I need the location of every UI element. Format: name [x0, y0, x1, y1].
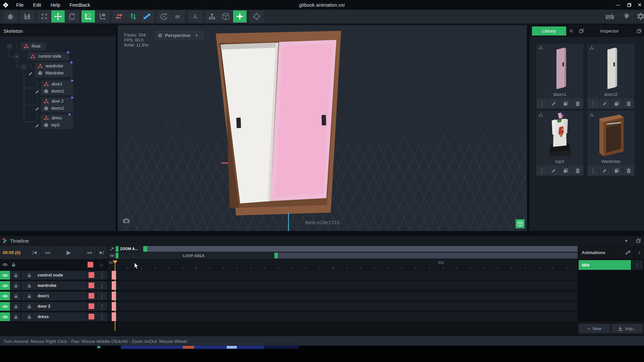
zoom-bar[interactable]: ZOOM A...	[108, 246, 578, 252]
swap-vertical-button[interactable]	[126, 10, 140, 22]
track-visibility-button[interactable]	[0, 302, 10, 311]
settings-gear-button[interactable]	[634, 10, 644, 22]
master-color-swatch[interactable]	[88, 262, 93, 267]
home-button[interactable]	[4, 10, 17, 22]
forward-button[interactable]: ▶▶	[84, 246, 96, 259]
keyframe-marker[interactable]	[112, 281, 116, 290]
track-swatch-cell[interactable]	[87, 281, 97, 290]
card-duplicate-button[interactable]	[560, 166, 572, 176]
loop-area-bar[interactable]: LOOP AREA	[108, 252, 578, 259]
card-delete-button[interactable]	[623, 166, 635, 176]
save-button[interactable]	[20, 10, 34, 22]
clean-animations-button[interactable]	[623, 246, 634, 259]
inspector-popout-button[interactable]	[633, 26, 644, 36]
ik-button[interactable]: IK	[171, 10, 184, 22]
kebab-icon[interactable]: ⋮	[22, 54, 26, 58]
lock-icon[interactable]	[27, 304, 32, 309]
library-card-top3[interactable]: top3 ⋮	[536, 111, 583, 176]
zoom-bar-right-handle[interactable]	[143, 246, 147, 252]
tripod-button[interactable]	[189, 10, 202, 22]
card-kebab-button[interactable]: ⋮	[536, 99, 548, 109]
animations-expand-button[interactable]: ›	[634, 246, 644, 259]
loop-area-left-handle[interactable]	[116, 253, 118, 258]
library-card-doors2[interactable]: doors2 ⋮	[587, 44, 634, 109]
orbit-keys-button[interactable]	[157, 10, 171, 22]
zoom-bar-left-handle[interactable]	[116, 246, 118, 252]
track-lock-button[interactable]	[11, 271, 21, 280]
track-swatch-cell[interactable]	[87, 312, 97, 321]
track-lane[interactable]	[108, 312, 578, 321]
rig-button[interactable]	[205, 10, 219, 22]
wardrobe-model[interactable]	[118, 25, 527, 231]
animation-item-idle[interactable]: Idle	[579, 260, 631, 270]
window-restore-button[interactable]	[624, 0, 634, 10]
animation-kebab-button[interactable]: ⋮	[632, 260, 643, 270]
track-kebab-button[interactable]: ⋮	[97, 312, 107, 321]
kebab-icon[interactable]: ⋮	[15, 44, 19, 48]
lock-icon[interactable]	[11, 262, 16, 267]
kebab-icon[interactable]: ⋮	[29, 64, 33, 67]
timeline-popout-button[interactable]	[633, 237, 643, 245]
keyframe-marker[interactable]	[112, 312, 116, 321]
tree-collapse-control[interactable]: –	[14, 54, 19, 59]
target-button[interactable]	[250, 10, 263, 22]
new-animation-button[interactable]: + New	[579, 324, 610, 333]
keyframe-marker[interactable]	[112, 302, 116, 311]
kebab-icon[interactable]: ⋮	[36, 116, 40, 119]
move-tool-button[interactable]	[51, 10, 65, 22]
cube-view-button[interactable]	[219, 10, 232, 22]
tree-node-control[interactable]: control node	[28, 52, 69, 60]
track-name-cell[interactable]: door1	[21, 292, 86, 300]
library-card-doors1[interactable]: doors1 ⋮	[536, 44, 583, 109]
menu-help[interactable]: Help	[46, 0, 65, 10]
library-popout-button[interactable]	[576, 26, 586, 36]
tree-collapse-wardrobe[interactable]: –	[21, 64, 26, 70]
gizmo-cube-button[interactable]	[516, 219, 525, 228]
rewind-button[interactable]: ◀◀	[41, 246, 54, 259]
tree-node-root[interactable]: Root	[21, 42, 46, 50]
track-lane[interactable]	[108, 302, 578, 311]
axis-cube-button[interactable]	[96, 10, 109, 22]
pencil-icon[interactable]	[28, 71, 33, 76]
lock-icon[interactable]	[27, 283, 32, 288]
card-kebab-button[interactable]: ⋮	[587, 99, 599, 109]
kebab-icon[interactable]: ⋮	[36, 99, 40, 103]
card-duplicate-button[interactable]	[560, 99, 572, 109]
lock-icon[interactable]	[27, 314, 32, 319]
tree-node-door1[interactable]: door1 doors1	[41, 80, 73, 95]
rotate-tool-button[interactable]	[65, 10, 79, 22]
card-kebab-button[interactable]: ⋮	[536, 166, 548, 176]
track-name-cell[interactable]: dress	[21, 312, 86, 321]
library-card-wardrobe[interactable]: Wardrobe ⋮	[587, 111, 634, 176]
track-lock-button[interactable]	[11, 281, 21, 290]
pencil-icon[interactable]	[35, 89, 40, 94]
play-button[interactable]: ▶	[54, 246, 84, 259]
viewport-3d[interactable]: Faces: 204 FPS: 60.0 RAM: 11.6% Perspect…	[118, 25, 527, 231]
track-lock-button[interactable]	[11, 312, 21, 321]
menu-file[interactable]: File	[11, 0, 29, 10]
tree-node-wardrobe[interactable]: wardrobe Wardrobe	[35, 62, 72, 77]
tree-node-door2[interactable]: door 2 doors2	[41, 98, 73, 112]
import-animation-button[interactable]: Imp...	[611, 324, 643, 333]
pivot-axis-button[interactable]	[82, 10, 95, 22]
pencil-icon[interactable]	[35, 123, 40, 128]
track-visibility-button[interactable]	[0, 312, 10, 321]
track-visibility-button[interactable]	[0, 292, 10, 300]
track-lane[interactable]	[108, 281, 578, 290]
window-minimize-button[interactable]: —	[613, 0, 623, 10]
card-delete-button[interactable]	[623, 99, 635, 109]
tree-node-dress[interactable]: dress top3	[41, 114, 73, 129]
pencil-icon[interactable]	[35, 107, 40, 111]
track-kebab-button[interactable]: ⋮	[97, 271, 107, 280]
card-duplicate-button[interactable]	[611, 166, 623, 176]
card-edit-button[interactable]	[599, 99, 611, 109]
menu-edit[interactable]: Edit	[29, 0, 46, 10]
window-close-button[interactable]: ×	[635, 0, 644, 10]
track-lane[interactable]	[108, 271, 578, 280]
lightbulb-button[interactable]	[620, 10, 633, 22]
timeline-collapse-button[interactable]: ▾	[621, 237, 632, 245]
track-name-cell[interactable]: control node	[21, 271, 86, 280]
skip-start-button[interactable]: |◀	[28, 246, 41, 259]
track-swatch-cell[interactable]	[87, 271, 97, 280]
zoom-bar-track[interactable]	[147, 246, 578, 252]
